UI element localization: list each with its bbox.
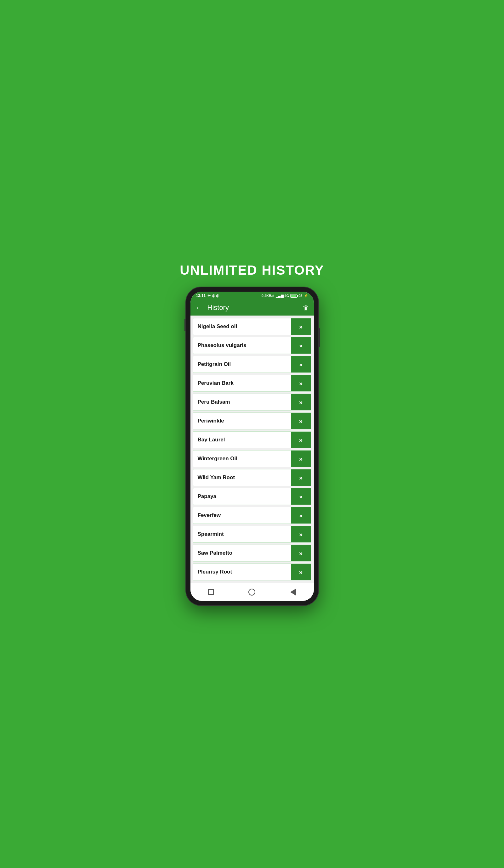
list-item[interactable]: Periwinkle» — [193, 412, 311, 430]
back-button[interactable]: ← — [195, 303, 202, 312]
list-item[interactable]: Wintergreen Oil» — [193, 450, 311, 467]
list-item-arrow-icon: » — [291, 507, 311, 524]
square-icon — [208, 589, 214, 595]
bottom-nav — [190, 583, 314, 601]
list-item-label: Pleurisy Root — [193, 564, 291, 580]
status-right: 0,4KB/d ▂▄▆ 4G 95 ⚡ — [262, 294, 308, 298]
list-item-label: Petitgrain Oil — [193, 356, 291, 372]
status-network: 0,4KB/d — [262, 294, 274, 298]
list-item[interactable]: Peruvian Bark» — [193, 375, 311, 392]
app-bar-title: History — [208, 303, 298, 312]
list-item[interactable]: Spearmint» — [193, 526, 311, 543]
nav-back-button[interactable] — [289, 588, 298, 597]
battery-fill — [291, 295, 296, 297]
circle-icon — [248, 589, 255, 596]
delete-button[interactable]: 🗑 — [303, 304, 309, 311]
list-item-arrow-icon: » — [291, 375, 311, 391]
list-item-arrow-icon: » — [291, 337, 311, 354]
signal-bars-icon: ▂▄▆ — [276, 294, 283, 298]
app-bar: ← History 🗑 — [190, 300, 314, 316]
list-item-label: Nigella Seed oil — [193, 318, 291, 335]
list-item-arrow-icon: » — [291, 451, 311, 467]
nav-square-button[interactable] — [206, 588, 215, 597]
nav-home-button[interactable] — [248, 588, 256, 597]
status-bar: 13:11 ✳ ◎ ◎ 0,4KB/d ▂▄▆ 4G 95 ⚡ — [190, 292, 314, 300]
list-item[interactable]: Saw Palmetto» — [193, 545, 311, 561]
phone-screen: 13:11 ✳ ◎ ◎ 0,4KB/d ▂▄▆ 4G 95 ⚡ ← Histor… — [190, 292, 314, 601]
list-item[interactable]: Petitgrain Oil» — [193, 356, 311, 373]
list-item[interactable]: Feverfew» — [193, 507, 311, 524]
list-item[interactable]: Peru Balsam» — [193, 394, 311, 411]
list-item[interactable]: Phaseolus vulgaris» — [193, 337, 311, 354]
list-item-arrow-icon: » — [291, 356, 311, 372]
list-item-arrow-icon: » — [291, 432, 311, 448]
list-item-label: Periwinkle — [193, 413, 291, 429]
charging-icon: ⚡ — [304, 294, 308, 298]
list-item-arrow-icon: » — [291, 545, 311, 561]
list-item-arrow-icon: » — [291, 488, 311, 505]
list-item-arrow-icon: » — [291, 526, 311, 542]
list-item-label: Wintergreen Oil — [193, 451, 291, 467]
list-item-label: Saw Palmetto — [193, 545, 291, 561]
status-left: 13:11 ✳ ◎ ◎ — [196, 293, 219, 298]
status-icons: ✳ ◎ ◎ — [208, 293, 219, 298]
list-item-arrow-icon: » — [291, 469, 311, 486]
history-list: Nigella Seed oil»Phaseolus vulgaris»Peti… — [190, 316, 314, 583]
list-item-label: Peruvian Bark — [193, 375, 291, 391]
list-item-arrow-icon: » — [291, 413, 311, 429]
list-item-label: Papaya — [193, 488, 291, 505]
battery-icon — [290, 294, 297, 298]
page-title: UNLIMITED HISTORY — [180, 263, 324, 278]
list-item-arrow-icon: » — [291, 394, 311, 410]
list-item-label: Wild Yam Root — [193, 469, 291, 486]
list-item[interactable]: Bay Laurel» — [193, 431, 311, 448]
list-item-label: Phaseolus vulgaris — [193, 337, 291, 354]
list-item[interactable]: Papaya» — [193, 488, 311, 505]
status-time: 13:11 — [196, 293, 206, 298]
list-item-label: Peru Balsam — [193, 394, 291, 410]
list-item[interactable]: Wild Yam Root» — [193, 469, 311, 486]
list-item-label: Spearmint — [193, 526, 291, 542]
4g-icon: 4G — [285, 294, 289, 298]
list-item[interactable]: Pleurisy Root» — [193, 564, 311, 580]
battery-percent: 95 — [299, 294, 302, 298]
list-item-label: Bay Laurel — [193, 432, 291, 448]
list-item-arrow-icon: » — [291, 564, 311, 580]
triangle-icon — [290, 589, 296, 596]
list-item-label: Feverfew — [193, 507, 291, 524]
list-item[interactable]: Nigella Seed oil» — [193, 318, 311, 335]
phone-frame: 13:11 ✳ ◎ ◎ 0,4KB/d ▂▄▆ 4G 95 ⚡ ← Histor… — [186, 287, 318, 605]
list-item-arrow-icon: » — [291, 318, 311, 335]
